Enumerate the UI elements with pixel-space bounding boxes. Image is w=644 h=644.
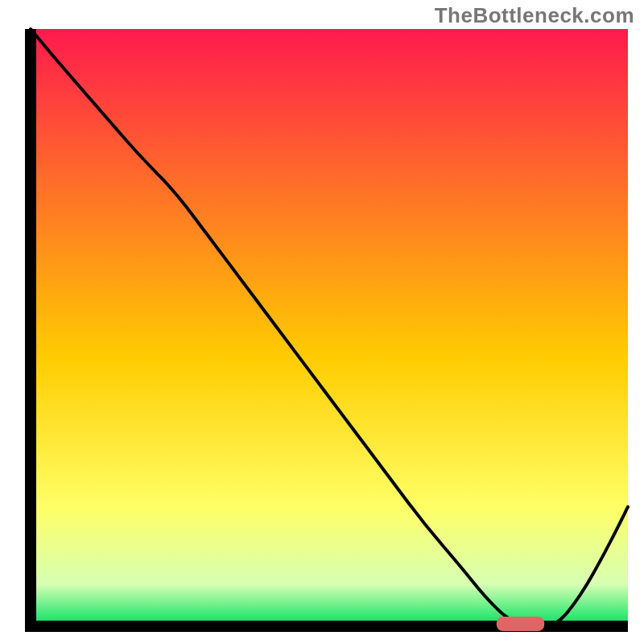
minimum-marker <box>497 617 544 631</box>
watermark-text: TheBottleneck.com <box>435 3 634 28</box>
chart-stage: TheBottleneck.com <box>0 0 644 644</box>
chart-background <box>31 29 628 626</box>
chart-svg <box>0 0 644 644</box>
